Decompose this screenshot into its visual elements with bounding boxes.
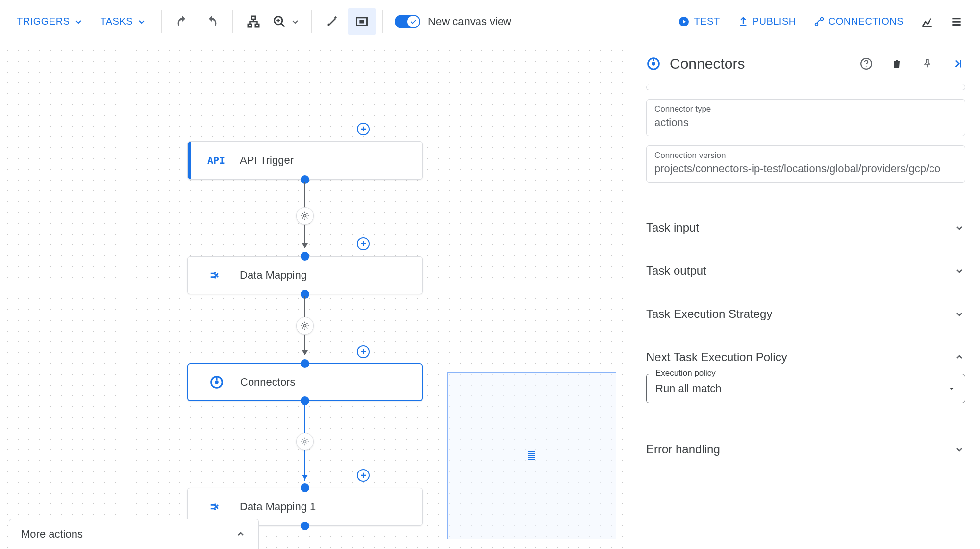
port-bottom[interactable] xyxy=(301,522,309,530)
add-node-button[interactable]: + xyxy=(357,469,370,482)
svg-rect-1 xyxy=(248,24,252,27)
node-label: Data Mapping 1 xyxy=(240,500,316,513)
undo-icon xyxy=(176,15,189,28)
section-task-output[interactable]: Task output xyxy=(646,249,965,292)
chart-icon xyxy=(921,15,933,28)
svg-line-4 xyxy=(281,23,285,26)
section-task-input[interactable]: Task input xyxy=(646,206,965,249)
add-node-button[interactable]: + xyxy=(357,345,370,358)
port-top[interactable] xyxy=(301,483,309,492)
field-label: Connector type xyxy=(654,105,957,114)
flow-container: + API API Trigger + xyxy=(187,141,423,544)
connection-version-field[interactable]: Connection version projects/connectors-i… xyxy=(646,145,965,183)
panel-header: Connectors xyxy=(631,43,980,84)
node-data-mapping[interactable]: Data Mapping xyxy=(187,256,423,294)
redo-button[interactable] xyxy=(198,8,226,35)
test-label: TEST xyxy=(694,16,720,27)
arrow-icon xyxy=(302,243,308,248)
mapping-icon xyxy=(207,498,225,516)
trash-icon xyxy=(891,58,903,70)
execution-policy-select[interactable]: Execution policy Run all match xyxy=(646,374,965,403)
section-title: Task output xyxy=(646,264,706,278)
connector-icon xyxy=(646,56,661,71)
section-error-handling[interactable]: Error handling xyxy=(646,428,965,471)
svg-rect-0 xyxy=(251,16,255,19)
svg-point-18 xyxy=(652,62,655,66)
tasks-dropdown[interactable]: TASKS xyxy=(93,11,154,32)
field-value: actions xyxy=(654,116,957,129)
wand-button[interactable] xyxy=(319,8,346,35)
connections-icon xyxy=(814,16,825,27)
pin-icon xyxy=(922,58,932,69)
connector-icon xyxy=(208,373,226,391)
frame-icon xyxy=(355,15,369,28)
svg-rect-8 xyxy=(359,20,364,23)
canvas-view-label: New canvas view xyxy=(428,15,511,28)
triggers-label: TRIGGERS xyxy=(17,16,70,27)
arrow-icon xyxy=(302,475,308,480)
delete-button[interactable] xyxy=(886,53,907,75)
redo-icon xyxy=(205,15,219,28)
field-value: projects/connectors-ip-test/locations/gl… xyxy=(654,162,957,175)
section-task-exec-strategy[interactable]: Task Execution Strategy xyxy=(646,292,965,336)
edge-settings-button[interactable] xyxy=(296,317,314,335)
dropdown-arrow-icon xyxy=(947,384,956,393)
collapse-right-icon xyxy=(951,57,964,70)
connections-button[interactable]: CONNECTIONS xyxy=(806,11,911,32)
port-top[interactable] xyxy=(301,252,309,261)
chevron-down-icon xyxy=(136,16,148,27)
separator xyxy=(311,10,312,33)
frame-button[interactable] xyxy=(348,8,376,35)
add-node-button[interactable]: + xyxy=(357,237,370,250)
canvas-view-toggle[interactable] xyxy=(395,15,420,28)
connector-type-field[interactable]: Connector type actions xyxy=(646,99,965,136)
svg-rect-2 xyxy=(255,24,259,27)
chevron-up-icon xyxy=(954,351,965,363)
panel-title: Connectors xyxy=(670,55,847,72)
menu-button[interactable] xyxy=(943,8,970,35)
separator xyxy=(232,10,233,33)
publish-button[interactable]: PUBLISH xyxy=(730,11,804,32)
add-node-button[interactable]: + xyxy=(357,123,370,135)
analytics-button[interactable] xyxy=(913,8,941,35)
pin-button[interactable] xyxy=(916,53,938,75)
undo-button[interactable] xyxy=(169,8,196,35)
edge-settings-button[interactable] xyxy=(296,433,314,450)
svg-point-16 xyxy=(304,441,306,443)
menu-icon xyxy=(950,15,963,28)
play-circle-icon xyxy=(678,16,690,27)
minimap[interactable] xyxy=(447,372,616,539)
edge-settings-button[interactable] xyxy=(296,207,314,225)
node-label: Data Mapping xyxy=(240,269,307,282)
svg-point-15 xyxy=(215,380,219,384)
more-actions-label: More actions xyxy=(21,528,83,541)
help-button[interactable] xyxy=(855,53,877,75)
hierarchy-icon xyxy=(246,14,261,29)
upload-icon xyxy=(738,16,749,27)
zoom-dropdown[interactable] xyxy=(269,8,304,35)
section-title: Task Execution Strategy xyxy=(646,307,772,321)
node-label: Connectors xyxy=(240,376,296,389)
test-button[interactable]: TEST xyxy=(670,11,728,32)
chevron-down-icon xyxy=(954,265,965,277)
svg-point-12 xyxy=(304,215,306,217)
layout-button[interactable] xyxy=(240,8,267,35)
wand-icon xyxy=(326,15,339,28)
separator xyxy=(161,10,162,33)
collapsed-field xyxy=(646,84,965,90)
triggers-dropdown[interactable]: TRIGGERS xyxy=(10,11,91,32)
node-label: API Trigger xyxy=(240,154,294,167)
gear-icon xyxy=(300,437,310,446)
select-label: Execution policy xyxy=(653,368,719,378)
canvas[interactable]: + API API Trigger + xyxy=(0,43,631,549)
gear-icon xyxy=(300,211,310,221)
toolbar: TRIGGERS TASKS xyxy=(0,0,980,43)
more-actions-panel[interactable]: More actions xyxy=(9,519,259,549)
port-top[interactable] xyxy=(301,359,309,368)
collapse-panel-button[interactable] xyxy=(947,53,968,75)
svg-point-13 xyxy=(304,325,306,327)
help-icon xyxy=(860,57,873,70)
node-api-trigger[interactable]: API API Trigger xyxy=(187,141,423,180)
node-connectors[interactable]: Connectors xyxy=(187,363,423,401)
gear-icon xyxy=(300,321,310,331)
